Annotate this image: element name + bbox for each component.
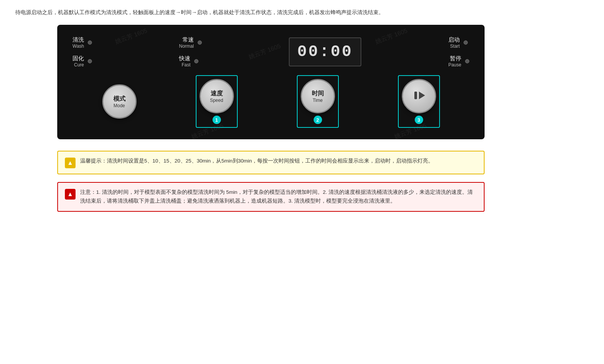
wash-label: 清洗 Wash	[72, 36, 84, 49]
start-pause-indicators: 启动 Start 暂停 Pause	[448, 36, 469, 68]
warning-yellow-box: ▲ 温馨提示：清洗时间设置是5、10、15、20、25、30min，从5min到…	[57, 151, 485, 174]
svg-rect-0	[414, 92, 417, 99]
mode-btn-wrapper: 模式 Mode	[102, 84, 137, 119]
intro-text: 待电源启动之后，机器默认工作模式为清洗模式，轻触面板上的速度→时间→启动，机器就…	[15, 8, 589, 17]
playpause-button[interactable]	[402, 79, 436, 113]
fast-indicator-row: 快速 Fast	[179, 55, 202, 68]
mode-button[interactable]: 模式 Mode	[102, 84, 137, 119]
timer-display: 00:00	[289, 37, 361, 66]
warning-yellow-text: 温馨提示：清洗时间设置是5、10、15、20、25、30min，从5min到30…	[80, 157, 433, 166]
timer-text: 00:00	[297, 43, 353, 61]
warning-red-icon: ▲	[65, 189, 76, 200]
pause-label: 暂停 Pause	[448, 55, 461, 68]
panel-inner: 清洗 Wash 固化 Cure 常速	[72, 36, 469, 128]
warning-red-box: ▲ 注意：1. 清洗的时间，对于模型表面不复杂的模型清洗时间为 5min，对于复…	[57, 182, 485, 212]
mode-indicators: 清洗 Wash 固化 Cure	[72, 36, 92, 68]
warning-red-text: 注意：1. 清洗的时间，对于模型表面不复杂的模型清洗时间为 5min，对于复杂的…	[80, 188, 477, 206]
normal-dot	[198, 40, 202, 45]
cure-dot	[88, 59, 92, 63]
playpause-btn-wrapper: 3	[398, 75, 440, 128]
time-btn-number: 2	[314, 116, 322, 124]
time-btn-wrapper: 时间 Time 2	[297, 75, 339, 128]
start-indicator-row: 启动 Start	[448, 36, 469, 49]
play-icon	[411, 88, 427, 105]
start-dot	[464, 40, 468, 45]
speed-btn-number: 1	[213, 116, 221, 124]
cure-label: 固化 Cure	[72, 55, 84, 68]
playpause-btn-number: 3	[415, 116, 423, 124]
cure-indicator-row: 固化 Cure	[72, 55, 92, 68]
start-label: 启动 Start	[448, 36, 460, 49]
speed-button[interactable]: 速度 Speed	[200, 79, 234, 113]
svg-marker-1	[419, 92, 425, 99]
panel-top-row: 清洗 Wash 固化 Cure 常速	[72, 36, 469, 68]
pause-indicator-row: 暂停 Pause	[448, 55, 469, 68]
normal-label: 常速 Normal	[179, 36, 194, 49]
pause-dot	[465, 59, 469, 63]
wash-dot	[88, 40, 92, 45]
warning-yellow-icon: ▲	[65, 158, 76, 168]
time-button[interactable]: 时间 Time	[301, 79, 335, 113]
speed-btn-wrapper: 速度 Speed 1	[196, 75, 238, 128]
machine-panel: 姚云芳 1605 姚云芳 1605 姚云芳 1605 姚云芳 1605 姚云芳 …	[57, 25, 485, 139]
wash-indicator-row: 清洗 Wash	[72, 36, 92, 49]
fast-label: 快速 Fast	[179, 55, 190, 68]
fast-dot	[194, 59, 198, 63]
speed-indicators: 常速 Normal 快速 Fast	[179, 36, 202, 68]
normal-indicator-row: 常速 Normal	[179, 36, 202, 49]
panel-bottom-row: 模式 Mode 速度 Speed 1 时间 Time 2	[72, 75, 469, 128]
